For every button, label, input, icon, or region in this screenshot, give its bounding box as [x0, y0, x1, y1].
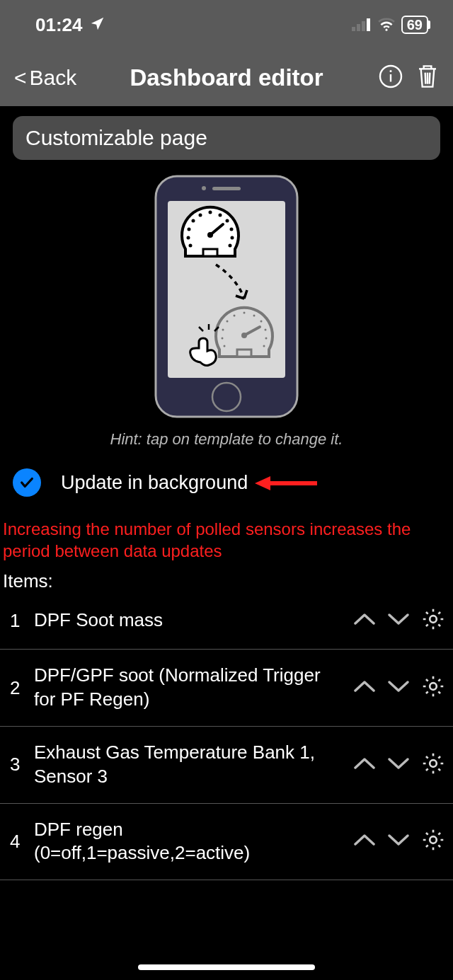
svg-point-26: [226, 220, 229, 222]
item-label: Exhaust Gas Temperature Bank 1, Sensor 3: [34, 741, 345, 789]
move-up-button[interactable]: [352, 754, 377, 776]
item-index: 1: [10, 610, 27, 632]
move-down-button[interactable]: [386, 677, 411, 698]
svg-rect-32: [237, 350, 251, 357]
move-up-button[interactable]: [352, 610, 377, 631]
item-settings-button[interactable]: [420, 827, 446, 855]
location-icon: [90, 14, 105, 36]
delete-button[interactable]: [416, 63, 439, 93]
svg-point-7: [390, 70, 392, 72]
info-button[interactable]: [378, 64, 403, 92]
svg-point-20: [188, 237, 190, 239]
checkbox-checked-icon[interactable]: [13, 468, 41, 497]
svg-point-35: [222, 329, 224, 331]
svg-point-38: [243, 312, 246, 314]
status-time: 01:24: [35, 14, 83, 36]
update-background-row[interactable]: Update in background: [0, 449, 453, 504]
list-item: 3Exhaust Gas Temperature Bank 1, Sensor …: [0, 727, 453, 804]
svg-point-43: [263, 345, 265, 347]
svg-point-19: [190, 245, 192, 247]
home-indicator[interactable]: [138, 964, 315, 970]
items-heading: Items:: [0, 566, 453, 596]
move-up-button[interactable]: [352, 677, 377, 698]
svg-point-22: [193, 220, 195, 222]
nav-bar: < Back Dashboard editor: [0, 50, 453, 106]
wifi-icon: [377, 14, 396, 36]
move-down-button[interactable]: [386, 610, 411, 631]
svg-point-49: [430, 616, 437, 623]
svg-rect-13: [212, 187, 241, 190]
item-index: 3: [10, 754, 27, 776]
svg-point-36: [226, 321, 229, 323]
back-label: Back: [30, 66, 77, 90]
svg-point-41: [265, 329, 267, 331]
list-item: 1DPF Soot mass: [0, 596, 453, 650]
list-item: 2DPF/GPF soot (Normalized Trigger for PF…: [0, 650, 453, 727]
svg-rect-2: [362, 21, 365, 31]
svg-point-51: [430, 760, 437, 767]
svg-line-8: [425, 73, 426, 84]
svg-point-39: [253, 315, 256, 317]
cellular-icon: [352, 14, 372, 36]
chevron-left-icon: <: [14, 66, 27, 90]
item-label: DPF regen (0=off,1=passive,2=active): [34, 818, 345, 866]
item-settings-button[interactable]: [420, 606, 446, 635]
svg-line-9: [430, 73, 430, 84]
svg-point-34: [222, 338, 224, 340]
svg-rect-3: [367, 18, 370, 31]
svg-point-14: [202, 186, 206, 190]
section-header: Customizable page: [13, 116, 440, 160]
svg-point-27: [231, 229, 233, 231]
hint-text: Hint: tap on template to change it.: [0, 430, 453, 449]
svg-point-52: [430, 837, 437, 844]
svg-rect-1: [357, 24, 360, 31]
list-item: 4DPF regen (0=off,1=passive,2=active): [0, 804, 453, 881]
svg-point-21: [188, 229, 190, 231]
svg-point-50: [430, 683, 437, 690]
move-up-button[interactable]: [352, 831, 377, 852]
svg-point-23: [200, 214, 202, 217]
svg-point-40: [260, 321, 263, 323]
svg-point-25: [219, 214, 222, 217]
annotation-arrow-icon: [255, 473, 319, 499]
svg-marker-48: [255, 476, 270, 490]
back-button[interactable]: < Back: [14, 66, 76, 90]
svg-point-42: [265, 338, 268, 340]
svg-rect-18: [203, 249, 217, 256]
svg-point-4: [385, 28, 387, 30]
svg-rect-0: [352, 27, 355, 31]
svg-point-28: [231, 237, 234, 239]
item-index: 4: [10, 831, 27, 853]
battery-indicator: 69: [401, 16, 428, 34]
svg-point-24: [210, 212, 212, 214]
move-down-button[interactable]: [386, 754, 411, 776]
move-down-button[interactable]: [386, 831, 411, 852]
svg-point-37: [234, 315, 236, 317]
svg-point-29: [229, 245, 231, 247]
item-settings-button[interactable]: [420, 674, 446, 702]
template-illustration[interactable]: [0, 173, 453, 420]
item-index: 2: [10, 677, 27, 699]
svg-point-33: [224, 345, 226, 347]
item-settings-button[interactable]: [420, 751, 446, 779]
item-label: DPF/GPF soot (Normalized Trigger for PF …: [34, 664, 345, 712]
status-bar: 01:24 69: [0, 0, 453, 50]
item-label: DPF Soot mass: [34, 609, 345, 633]
warning-text: Increasing the number of polled sensors …: [0, 504, 453, 566]
update-background-label: Update in background: [61, 472, 248, 494]
